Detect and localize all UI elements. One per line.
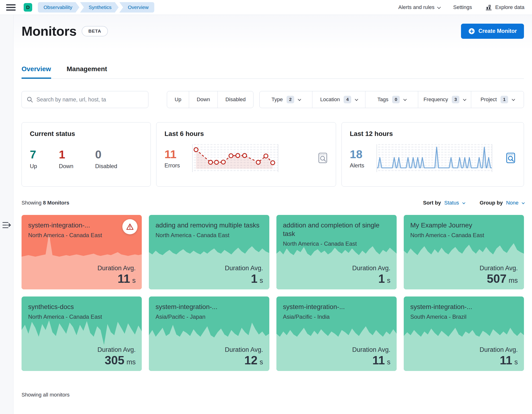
inspect-icon[interactable] — [318, 152, 328, 164]
search-input[interactable] — [37, 96, 143, 103]
monitor-location: North America - Canada East — [283, 240, 390, 247]
filter-location-dropdown[interactable]: Location 4 — [312, 91, 365, 108]
sort-by-value: Status — [444, 200, 459, 206]
errors-label: Errors — [164, 162, 180, 169]
alerts-and-rules-menu[interactable]: Alerts and rules — [398, 4, 440, 10]
main-content: Monitors BETA Create Monitor Overview Ma… — [13, 15, 532, 414]
filter-type-dropdown[interactable]: Type 2 — [260, 91, 312, 108]
filter-down-button[interactable]: Down — [189, 91, 218, 108]
disabled-stat: 0 Disabled — [95, 148, 117, 170]
duration-label: Duration Avg. — [479, 265, 518, 272]
breadcrumb-synthetics[interactable]: Synthetics — [80, 2, 119, 12]
space-avatar[interactable]: D — [24, 3, 32, 12]
chevron-down-icon — [355, 98, 358, 101]
group-by-control[interactable]: Group by None — [480, 200, 524, 206]
filter-tags-count-badge: 0 — [392, 96, 400, 103]
settings-link[interactable]: Settings — [453, 4, 472, 10]
showing-count: Showing 8 Monitors — [21, 200, 69, 206]
beta-badge: BETA — [82, 26, 108, 37]
duration-label: Duration Avg. — [97, 346, 136, 353]
breadcrumb-observability[interactable]: Observability — [38, 2, 79, 12]
duration-value: 11 — [500, 354, 512, 367]
up-label: Up — [30, 163, 37, 170]
errors-chart — [192, 144, 278, 172]
alerts-count: 18 — [350, 148, 364, 161]
filter-frequency-dropdown[interactable]: Frequency 3 — [418, 91, 471, 108]
duration-unit: ms — [127, 358, 136, 366]
overview-stats: Current status 7 Up 1 Down 0 Disabled — [21, 122, 524, 186]
alerts-metric: 18 Alerts — [350, 148, 364, 169]
showing-prefix: Showing — [21, 200, 41, 206]
up-count: 7 — [30, 148, 37, 161]
chevron-down-icon — [522, 201, 525, 204]
collapsed-sidebar — [0, 15, 13, 414]
search-box — [21, 91, 148, 108]
filter-up-button[interactable]: Up — [167, 91, 189, 108]
sort-by-label: Sort by — [423, 200, 441, 206]
monitor-card[interactable]: system-integration-... Asia/Pacific - Ja… — [149, 296, 269, 371]
monitors-count: 8 Monitors — [43, 200, 69, 206]
duration-value: 1 — [251, 272, 257, 285]
monitor-card[interactable]: synthetics-docs North America - Canada E… — [21, 296, 142, 371]
filter-disabled-button[interactable]: Disabled — [218, 91, 253, 108]
errors-count: 11 — [164, 148, 180, 161]
filter-type-count-badge: 2 — [287, 96, 294, 103]
monitor-location: North America - Canada East — [155, 231, 262, 239]
monitors-grid: system-integration-... North America - C… — [21, 215, 524, 371]
duration-label: Duration Avg. — [225, 346, 263, 353]
page-header: Monitors BETA Create Monitor — [21, 15, 524, 39]
filter-project-dropdown[interactable]: Project 1 — [471, 91, 524, 108]
current-status-card: Current status 7 Up 1 Down 0 Disabled — [21, 122, 151, 186]
duration-unit: s — [387, 277, 390, 284]
facet-filter-group: Type 2 Location 4 Tags 0 Frequency 3 — [259, 91, 524, 108]
monitor-card[interactable]: system-integration-... Asia/Pacific - In… — [276, 296, 397, 371]
duration-label: Duration Avg. — [225, 265, 263, 272]
filter-tags-label: Tags — [378, 96, 388, 103]
tab-overview[interactable]: Overview — [21, 65, 51, 79]
duration-unit: s — [260, 277, 263, 284]
up-stat: 7 Up — [30, 148, 37, 170]
monitor-card[interactable]: system-integration-... North America - C… — [21, 215, 142, 289]
current-status-title: Current status — [30, 130, 142, 138]
filter-type-label: Type — [271, 96, 283, 103]
monitor-location: Asia/Pacific - India — [283, 313, 390, 320]
monitor-card[interactable]: addition and completion of single task N… — [276, 215, 397, 289]
monitor-location: South America - Brazil — [410, 313, 517, 320]
filter-frequency-count-badge: 3 — [452, 96, 459, 103]
duration-unit: ms — [509, 277, 518, 284]
inspect-icon[interactable] — [506, 152, 516, 164]
duration-unit: s — [387, 358, 390, 366]
monitor-card[interactable]: adding and removing multiple tasks North… — [149, 215, 269, 289]
settings-label: Settings — [453, 4, 472, 10]
alerts-and-rules-label: Alerts and rules — [398, 4, 435, 10]
tab-management[interactable]: Management — [67, 65, 107, 79]
group-by-label: Group by — [480, 200, 503, 206]
monitors-list-header: Showing 8 Monitors Sort by Status Group … — [21, 200, 524, 206]
duration-label: Duration Avg. — [97, 265, 136, 272]
alerts-card: Last 12 hours 18 Alerts — [342, 122, 524, 186]
menu-icon[interactable] — [6, 4, 18, 11]
filter-tags-dropdown[interactable]: Tags 0 — [365, 91, 418, 108]
filter-frequency-label: Frequency — [423, 96, 448, 103]
showing-all-monitors-text: Showing all monitors — [21, 392, 524, 398]
monitor-name: synthetics-docs — [28, 303, 135, 311]
chevron-down-icon — [298, 98, 301, 101]
explore-data-link[interactable]: Explore data — [485, 4, 524, 11]
monitor-card[interactable]: My Example Journey North America - Canad… — [404, 215, 524, 289]
errors-metric: 11 Errors — [164, 148, 180, 169]
expand-sidebar-icon[interactable] — [2, 37, 11, 414]
monitor-card[interactable]: system-integration-... South America - B… — [404, 296, 524, 371]
create-monitor-button[interactable]: Create Monitor — [461, 24, 524, 39]
monitor-name: My Example Journey — [410, 221, 517, 230]
duration-value: 507 — [487, 272, 506, 285]
bar-chart-icon — [485, 4, 492, 11]
chevron-down-icon — [437, 5, 441, 9]
monitor-name: system-integration-... — [410, 303, 517, 311]
filter-project-label: Project — [481, 96, 497, 103]
page-tabs: Overview Management — [21, 65, 524, 79]
breadcrumb-overview[interactable]: Overview — [119, 2, 154, 12]
chevron-down-icon — [512, 98, 515, 101]
sort-by-control[interactable]: Sort by Status — [423, 200, 464, 206]
down-status-badge — [122, 219, 137, 234]
create-monitor-label: Create Monitor — [478, 28, 517, 34]
